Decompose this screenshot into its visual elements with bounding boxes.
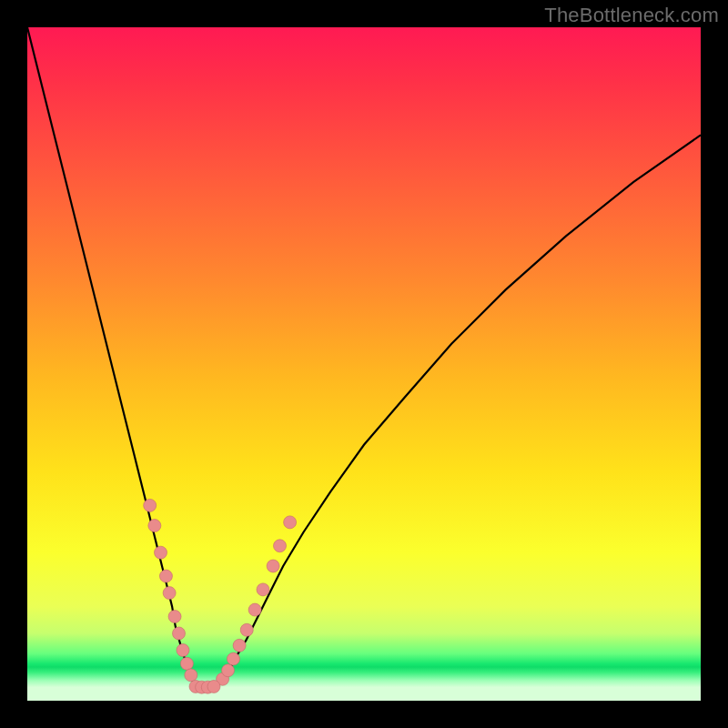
data-dot: [168, 611, 181, 623]
data-dot: [163, 587, 176, 600]
curve-overlay: [27, 27, 701, 701]
data-dot: [148, 520, 161, 532]
data-dot: [248, 603, 261, 616]
data-dot: [180, 657, 193, 670]
data-dot: [267, 560, 279, 572]
data-dot: [227, 652, 239, 665]
data-dot: [222, 664, 235, 677]
data-dot: [155, 546, 167, 559]
data-dot: [173, 627, 186, 640]
data-dot: [274, 540, 287, 552]
data-dot: [159, 570, 172, 582]
data-dot: [257, 583, 269, 596]
data-dot: [185, 669, 197, 682]
watermark-label: TheBottleneck.com: [544, 4, 719, 27]
data-dot: [284, 516, 297, 529]
data-dot: [207, 680, 220, 693]
data-dot: [144, 499, 157, 511]
data-dot: [240, 623, 253, 636]
chart-frame: TheBottleneck.com: [0, 0, 728, 728]
data-dots: [144, 499, 297, 693]
curve-right: [216, 135, 701, 687]
data-dot: [177, 644, 189, 657]
data-dot: [233, 639, 246, 652]
